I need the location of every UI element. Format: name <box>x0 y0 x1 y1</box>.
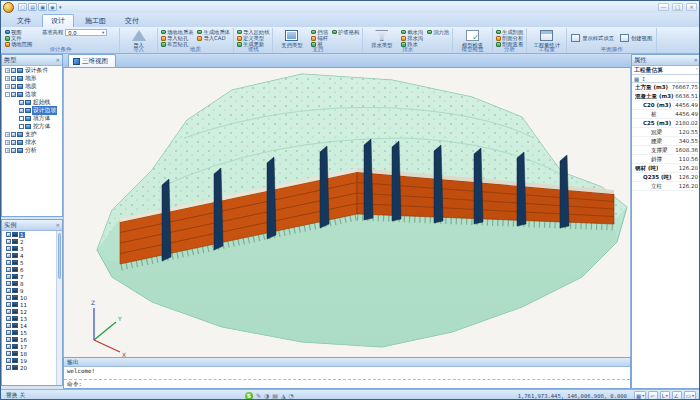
status-tool-icon[interactable]: ◮ <box>281 392 286 400</box>
checkbox[interactable] <box>19 116 24 121</box>
checkbox[interactable] <box>11 84 16 89</box>
checkbox[interactable] <box>6 316 11 321</box>
replace-status-label[interactable]: 替换 关 <box>6 391 25 400</box>
instance-item[interactable]: 15 <box>2 329 56 336</box>
instance-item[interactable]: 5 <box>2 259 56 266</box>
checkbox[interactable] <box>19 100 24 105</box>
quantity-row[interactable]: 桩 4456.49 <box>632 110 700 119</box>
instance-item[interactable]: 10 <box>2 294 56 301</box>
instance-item[interactable]: 20 <box>2 364 56 371</box>
instance-item[interactable]: 2 <box>2 238 56 245</box>
tree-item[interactable]: + 分析 <box>2 146 62 154</box>
datum-elevation-combo[interactable]: 0.0▾ <box>65 29 107 36</box>
status-toggle-button[interactable]: L ▾ <box>660 391 670 400</box>
ribbon-button[interactable]: 护坡格构 <box>331 29 360 35</box>
close-icon[interactable]: × <box>55 222 60 228</box>
status-tool-icon[interactable]: ◔ <box>289 392 294 400</box>
quantity-row[interactable]: 斜撑 110.56 <box>632 155 700 164</box>
instance-item[interactable]: 12 <box>2 308 56 315</box>
checkbox[interactable] <box>6 323 11 328</box>
instance-item[interactable]: 8 <box>2 280 56 287</box>
ribbon-button[interactable]: 导入CAD <box>196 35 230 41</box>
window-control-button[interactable]: □ <box>672 3 683 11</box>
instance-item[interactable]: 4 <box>2 252 56 259</box>
checkbox[interactable] <box>11 140 16 145</box>
instance-item[interactable]: 11 <box>2 301 56 308</box>
checkbox[interactable] <box>6 302 11 307</box>
instance-item[interactable]: 1 <box>2 231 56 238</box>
brand-logo-icon[interactable]: S <box>245 392 253 400</box>
create-view-button[interactable]: 创建视图 <box>618 33 654 43</box>
instance-item[interactable]: 3 <box>2 245 56 252</box>
status-toggle-button[interactable]: ⌐ <box>648 391 658 400</box>
expander-icon[interactable]: + <box>5 148 10 153</box>
quick-access-icon[interactable]: ▢ <box>18 3 27 11</box>
checkbox[interactable] <box>6 288 11 293</box>
checkbox[interactable] <box>6 246 11 251</box>
status-toggle-button[interactable]: ▦ ▾ <box>634 391 646 400</box>
ribbon-tab[interactable]: 施工图 <box>77 15 114 27</box>
model-check-button[interactable]: 模型检查 <box>456 29 489 45</box>
checkbox[interactable] <box>6 295 11 300</box>
instance-item[interactable]: 7 <box>2 273 56 280</box>
checkbox[interactable] <box>11 132 16 137</box>
window-control-button[interactable]: — <box>658 3 669 11</box>
checkbox[interactable] <box>6 253 11 258</box>
checkbox[interactable] <box>19 124 24 129</box>
quantity-row[interactable]: Q235 (吨) 126.20 <box>632 173 700 182</box>
instance-item[interactable]: 18 <box>2 350 56 357</box>
status-tool-icon[interactable]: ◑ <box>264 392 269 400</box>
expander-icon[interactable]: + <box>5 140 10 145</box>
properties-tool-icon[interactable]: ↕ <box>641 76 646 82</box>
checkbox[interactable] <box>6 267 11 272</box>
status-tool-icon[interactable]: ✎ <box>256 392 261 400</box>
checkbox[interactable] <box>6 274 11 279</box>
quick-access-icon[interactable]: ▤ <box>28 3 37 11</box>
quantity-stats-button[interactable]: 工程量统计 <box>530 29 563 45</box>
3d-viewport[interactable]: Z Y X <box>63 68 631 357</box>
instance-item[interactable]: 17 <box>2 343 56 350</box>
checkbox[interactable] <box>6 239 11 244</box>
expander-icon[interactable]: - <box>5 92 10 97</box>
checkbox[interactable] <box>6 344 11 349</box>
checkbox[interactable] <box>6 337 11 342</box>
display-style-button[interactable]: 显示样式设置 <box>569 33 616 43</box>
checkbox[interactable] <box>6 260 11 265</box>
drainage-type-button[interactable]: 排水类型 <box>365 29 398 45</box>
quick-access-icon[interactable]: ◉ <box>48 3 57 11</box>
quantity-row[interactable]: C20 (m3) 4456.49 <box>632 101 700 110</box>
quantity-row[interactable]: 土方量 (m3) 76667.75 <box>632 83 700 92</box>
support-type-button[interactable]: 支挡类型 <box>275 29 308 45</box>
checkbox[interactable] <box>6 365 11 370</box>
checkbox[interactable] <box>19 108 24 113</box>
instance-item[interactable]: 9 <box>2 287 56 294</box>
quantity-row[interactable]: C25 (m3) 2180.02 <box>632 119 700 128</box>
checkbox[interactable] <box>6 232 11 237</box>
quantity-row[interactable]: 钢材 (吨) 126.20 <box>632 164 700 173</box>
command-input[interactable]: 命令: <box>64 379 630 388</box>
close-icon[interactable]: × <box>693 57 698 63</box>
instance-item[interactable]: 6 <box>2 266 56 273</box>
instance-item[interactable]: 19 <box>2 357 56 364</box>
import-button[interactable]: 导入 <box>122 29 155 45</box>
status-tool-icon[interactable]: ▤ <box>272 392 278 400</box>
instance-item[interactable]: 16 <box>2 336 56 343</box>
ribbon-tab[interactable]: 交付 <box>117 15 147 27</box>
app-logo-icon[interactable] <box>3 2 14 13</box>
checkbox[interactable] <box>11 68 16 73</box>
checkbox[interactable] <box>6 309 11 314</box>
properties-tool-icon[interactable]: ▦ <box>634 76 639 82</box>
checkbox[interactable] <box>6 358 11 363</box>
quantity-row[interactable]: 立柱 126.20 <box>632 182 700 191</box>
quick-access-icon[interactable]: ▣ <box>38 3 47 11</box>
checkbox[interactable] <box>6 351 11 356</box>
quantity-row[interactable]: 支撑梁 1608.36 <box>632 146 700 155</box>
checkbox[interactable] <box>6 330 11 335</box>
quantity-row[interactable]: 腰梁 340.55 <box>632 137 700 146</box>
status-toggle-button[interactable]: ∠ <box>672 391 682 400</box>
tab-3d-view[interactable]: 三维视图 <box>68 54 116 67</box>
status-toggle-button[interactable]: ▭ ▾ <box>684 391 696 400</box>
ribbon-button[interactable]: 消力池 <box>426 29 450 35</box>
ribbon-tab[interactable]: 文件 <box>9 15 39 27</box>
quick-access-dropdown-icon[interactable]: ▾ <box>59 3 62 11</box>
